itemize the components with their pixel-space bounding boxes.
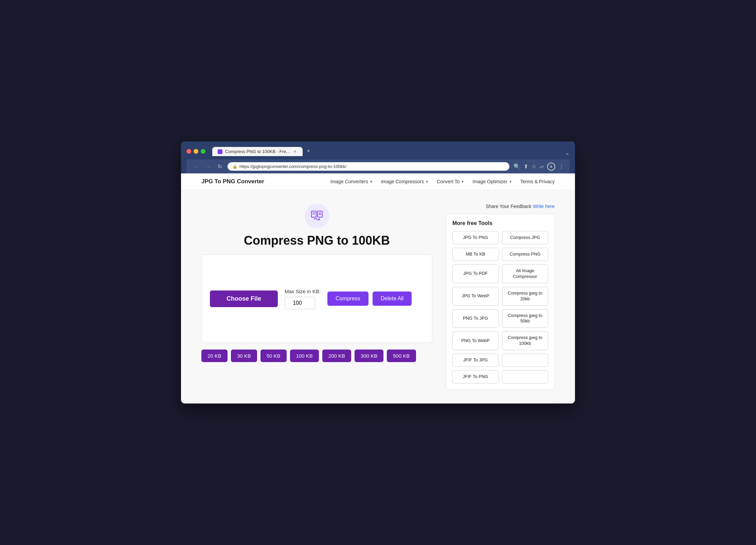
right-section: Share Your Feedback Write here More free…: [446, 204, 555, 390]
size-btn-300kb[interactable]: 300 KB: [355, 350, 383, 362]
new-tab-button[interactable]: +: [304, 146, 313, 156]
tab-favicon: [218, 149, 222, 154]
nav-terms-privacy[interactable]: Terms & Privacy: [520, 179, 555, 184]
minimize-button[interactable]: [194, 149, 198, 154]
browser-window: Compress PNG to 100KB - Fre... ✕ + ⌄ ← →…: [181, 142, 575, 403]
tool-compress-jpeg-20kb[interactable]: Compress jpeg to 20kb: [502, 287, 548, 306]
tab-title: Compress PNG to 100KB - Fre...: [225, 149, 290, 154]
hero-icon-container: [201, 204, 432, 228]
tool-jfif-to-png[interactable]: JFIF To PNG: [452, 370, 499, 383]
tool-jfif-to-jpg[interactable]: JFIF To JPG: [452, 354, 499, 367]
size-btn-100kb[interactable]: 100 KB: [290, 350, 319, 362]
tool-compress-jpg[interactable]: Compress JPG: [502, 231, 548, 244]
tool-placeholder-1: [502, 354, 548, 367]
bookmark-icon[interactable]: ☆: [532, 163, 536, 170]
left-section: Compress PNG to 100KB Choose File Max Si…: [201, 204, 432, 390]
chevron-down-icon: ▼: [370, 180, 373, 184]
nav-image-converters[interactable]: Image Converters ▼: [330, 179, 373, 184]
close-button[interactable]: [186, 149, 191, 154]
tab-menu-button[interactable]: ⌄: [565, 150, 570, 156]
max-size-input[interactable]: [285, 297, 315, 309]
feedback-text: Share Your Feedback: [486, 204, 533, 209]
svg-point-4: [319, 213, 321, 214]
tab-bar: Compress PNG to 100KB - Fre... ✕ + ⌄: [212, 146, 570, 156]
address-bar: ← → ↻ 🔒 https://jpgtopngconverter.com/co…: [186, 159, 570, 173]
site-nav: JPG To PNG Converter Image Converters ▼ …: [181, 173, 575, 190]
tools-title: More free Tools: [452, 220, 548, 226]
title-bar: Compress PNG to 100KB - Fre... ✕ + ⌄ ← →…: [181, 142, 575, 173]
refresh-button[interactable]: ↻: [216, 163, 223, 170]
size-btn-20kb[interactable]: 20 KB: [201, 350, 228, 362]
size-btn-30kb[interactable]: 30 KB: [231, 350, 257, 362]
share-icon[interactable]: ⬆: [524, 163, 528, 170]
choose-file-button[interactable]: Choose File: [210, 290, 278, 307]
back-button[interactable]: ←: [192, 163, 200, 170]
compress-button[interactable]: Compress: [327, 292, 368, 306]
tool-jpg-to-png[interactable]: JPG To PNG: [452, 231, 499, 244]
page-title: Compress PNG to 100KB: [201, 233, 432, 248]
tool-jpg-to-webp[interactable]: JPG To WebP: [452, 287, 499, 306]
max-size-label: Max Size in KB:: [285, 288, 321, 294]
tool-mb-to-kb[interactable]: MB To KB: [452, 248, 499, 261]
size-btn-200kb[interactable]: 200 KB: [322, 350, 351, 362]
nav-image-compressors[interactable]: Image Compressors ▼: [381, 179, 429, 184]
svg-point-7: [321, 214, 322, 215]
tool-jpg-to-pdf[interactable]: JPG To PDF: [452, 264, 499, 283]
active-tab[interactable]: Compress PNG to 100KB - Fre... ✕: [212, 147, 303, 156]
menu-icon[interactable]: ⋮: [559, 163, 564, 170]
tool-placeholder-2: [502, 370, 548, 383]
tools-panel: More free Tools JPG To PNG Compress JPG …: [446, 214, 555, 390]
convert-icon: [305, 204, 329, 228]
nav-convert-to[interactable]: Convert To ▼: [437, 179, 464, 184]
tab-close-icon[interactable]: ✕: [292, 149, 297, 154]
svg-point-5: [318, 214, 319, 215]
website-content: JPG To PNG Converter Image Converters ▼ …: [181, 173, 575, 403]
url-text: https://jpgtopngconverter.com/compress-p…: [239, 164, 346, 169]
browser-actions: 🔍 ⬆ ☆ ▱ X ⋮: [514, 163, 564, 171]
tool-png-to-webp[interactable]: PNG To WebP: [452, 331, 499, 350]
tool-compress-jpeg-100kb[interactable]: Compress jpeg to 100kb: [502, 331, 548, 350]
nav-image-optimizer[interactable]: Image Optimizer ▼: [472, 179, 512, 184]
tool-compress-png[interactable]: Compress PNG: [502, 248, 548, 261]
feedback-link[interactable]: Write here: [533, 204, 555, 209]
forward-button[interactable]: →: [204, 163, 212, 170]
max-size-section: Max Size in KB:: [285, 288, 321, 309]
main-content: Compress PNG to 100KB Choose File Max Si…: [181, 190, 575, 403]
profile-button[interactable]: X: [547, 163, 555, 171]
tool-png-to-jpg[interactable]: PNG To JPG: [452, 309, 499, 328]
url-bar[interactable]: 🔒 https://jpgtopngconverter.com/compress…: [228, 162, 509, 171]
size-buttons: 20 KB 30 KB 50 KB 100 KB 200 KB 300 KB 5…: [201, 350, 432, 362]
feedback-line: Share Your Feedback Write here: [446, 204, 555, 209]
chevron-down-icon: ▼: [461, 180, 464, 184]
tool-compress-jpeg-50kb[interactable]: Compress jpeg to 50kb: [502, 309, 548, 328]
sidebar-icon[interactable]: ▱: [540, 163, 544, 170]
delete-all-button[interactable]: Delete All: [373, 292, 412, 306]
size-btn-50kb[interactable]: 50 KB: [260, 350, 287, 362]
tools-grid: JPG To PNG Compress JPG MB To KB Compres…: [452, 231, 548, 383]
size-btn-500kb[interactable]: 500 KB: [387, 350, 416, 362]
lock-icon: 🔒: [232, 164, 237, 169]
tool-all-image-compressor[interactable]: All Image Compressor: [502, 264, 548, 283]
action-buttons: Compress Delete All: [327, 292, 412, 306]
chevron-down-icon: ▼: [509, 180, 512, 184]
converter-box: Choose File Max Size in KB: Compress Del…: [201, 255, 432, 343]
svg-point-6: [320, 214, 320, 215]
nav-links: Image Converters ▼ Image Compressors ▼ C…: [330, 179, 555, 184]
search-icon[interactable]: 🔍: [514, 163, 520, 170]
chevron-down-icon: ▼: [425, 180, 429, 184]
maximize-button[interactable]: [201, 149, 205, 154]
site-logo[interactable]: JPG To PNG Converter: [201, 178, 264, 185]
traffic-lights: [186, 149, 205, 154]
